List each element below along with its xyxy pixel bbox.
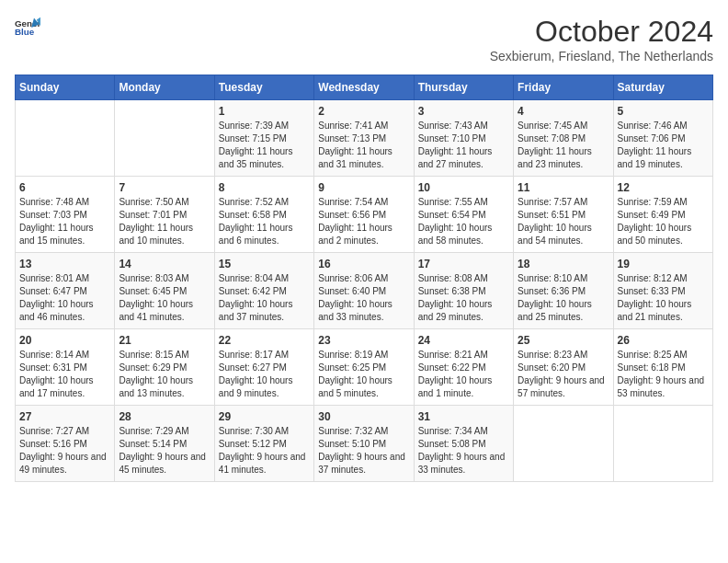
col-sunday: Sunday [16,75,115,100]
day-number: 8 [219,181,310,194]
calendar-cell: 20Sunrise: 8:14 AM Sunset: 6:31 PM Dayli… [16,329,115,406]
cell-content: Sunrise: 8:08 AM Sunset: 6:38 PM Dayligh… [418,272,509,324]
cell-content: Sunrise: 7:57 AM Sunset: 6:51 PM Dayligh… [518,196,609,247]
cell-content: Sunrise: 8:03 AM Sunset: 6:45 PM Dayligh… [119,272,210,324]
calendar-cell: 7Sunrise: 7:50 AM Sunset: 7:01 PM Daylig… [115,177,214,253]
col-thursday: Thursday [414,75,513,100]
calendar-cell: 9Sunrise: 7:54 AM Sunset: 6:56 PM Daylig… [314,177,414,253]
calendar-cell [514,406,613,482]
cell-content: Sunrise: 7:52 AM Sunset: 6:58 PM Dayligh… [219,196,310,247]
calendar-cell: 8Sunrise: 7:52 AM Sunset: 6:58 PM Daylig… [214,177,313,253]
calendar-cell: 3Sunrise: 7:43 AM Sunset: 7:10 PM Daylig… [414,100,513,177]
cell-content: Sunrise: 7:45 AM Sunset: 7:08 PM Dayligh… [518,120,609,171]
calendar-cell: 13Sunrise: 8:01 AM Sunset: 6:47 PM Dayli… [16,253,115,329]
day-number: 18 [518,258,609,270]
calendar-week-4: 20Sunrise: 8:14 AM Sunset: 6:31 PM Dayli… [16,329,713,406]
calendar-cell: 16Sunrise: 8:06 AM Sunset: 6:40 PM Dayli… [314,253,414,329]
day-number: 25 [518,334,609,347]
calendar-cell: 28Sunrise: 7:29 AM Sunset: 5:14 PM Dayli… [115,406,214,482]
calendar-week-1: 1Sunrise: 7:39 AM Sunset: 7:15 PM Daylig… [16,100,713,177]
cell-content: Sunrise: 8:21 AM Sunset: 6:22 PM Dayligh… [418,349,509,400]
day-number: 13 [19,258,110,270]
calendar-cell: 1Sunrise: 7:39 AM Sunset: 7:15 PM Daylig… [214,100,313,177]
day-number: 12 [618,181,709,194]
col-monday: Monday [115,75,214,100]
cell-content: Sunrise: 7:34 AM Sunset: 5:08 PM Dayligh… [418,425,509,477]
day-number: 3 [418,105,509,118]
calendar-week-3: 13Sunrise: 8:01 AM Sunset: 6:47 PM Dayli… [16,253,713,329]
cell-content: Sunrise: 7:55 AM Sunset: 6:54 PM Dayligh… [418,196,509,247]
day-number: 21 [119,334,210,347]
cell-content: Sunrise: 8:04 AM Sunset: 6:42 PM Dayligh… [219,272,310,324]
calendar-table: Sunday Monday Tuesday Wednesday Thursday… [15,75,713,482]
calendar-cell: 26Sunrise: 8:25 AM Sunset: 6:18 PM Dayli… [613,329,712,406]
calendar-cell: 22Sunrise: 8:17 AM Sunset: 6:27 PM Dayli… [214,329,313,406]
day-number: 20 [19,334,110,347]
day-number: 24 [418,334,509,347]
day-number: 31 [418,410,509,423]
calendar-cell: 21Sunrise: 8:15 AM Sunset: 6:29 PM Dayli… [115,329,214,406]
day-number: 5 [618,105,709,118]
cell-content: Sunrise: 8:17 AM Sunset: 6:27 PM Dayligh… [219,349,310,400]
cell-content: Sunrise: 8:23 AM Sunset: 6:20 PM Dayligh… [518,349,609,400]
calendar-week-5: 27Sunrise: 7:27 AM Sunset: 5:16 PM Dayli… [16,406,713,482]
col-saturday: Saturday [613,75,712,100]
cell-content: Sunrise: 7:46 AM Sunset: 7:06 PM Dayligh… [618,120,709,171]
calendar-cell: 11Sunrise: 7:57 AM Sunset: 6:51 PM Dayli… [514,177,613,253]
cell-content: Sunrise: 8:19 AM Sunset: 6:25 PM Dayligh… [318,349,409,400]
header-row: Sunday Monday Tuesday Wednesday Thursday… [16,75,713,100]
svg-text:Blue: Blue [15,27,35,37]
calendar-cell: 14Sunrise: 8:03 AM Sunset: 6:45 PM Dayli… [115,253,214,329]
cell-content: Sunrise: 8:25 AM Sunset: 6:18 PM Dayligh… [618,349,709,400]
day-number: 6 [19,181,110,194]
day-number: 11 [518,181,609,194]
calendar-cell: 30Sunrise: 7:32 AM Sunset: 5:10 PM Dayli… [314,406,414,482]
day-number: 29 [219,410,310,423]
calendar-cell [16,100,115,177]
cell-content: Sunrise: 7:48 AM Sunset: 7:03 PM Dayligh… [19,196,110,247]
col-friday: Friday [514,75,613,100]
day-number: 17 [418,258,509,270]
calendar-cell: 23Sunrise: 8:19 AM Sunset: 6:25 PM Dayli… [314,329,414,406]
day-number: 7 [119,181,210,194]
cell-content: Sunrise: 8:15 AM Sunset: 6:29 PM Dayligh… [119,349,210,400]
cell-content: Sunrise: 8:14 AM Sunset: 6:31 PM Dayligh… [19,349,110,400]
day-number: 22 [219,334,310,347]
day-number: 26 [618,334,709,347]
day-number: 30 [318,410,409,423]
day-number: 1 [219,105,310,118]
calendar-cell: 2Sunrise: 7:41 AM Sunset: 7:13 PM Daylig… [314,100,414,177]
day-number: 16 [318,258,409,270]
cell-content: Sunrise: 7:27 AM Sunset: 5:16 PM Dayligh… [19,425,110,477]
cell-content: Sunrise: 7:32 AM Sunset: 5:10 PM Dayligh… [318,425,409,477]
day-number: 10 [418,181,509,194]
calendar-cell: 27Sunrise: 7:27 AM Sunset: 5:16 PM Dayli… [16,406,115,482]
cell-content: Sunrise: 8:06 AM Sunset: 6:40 PM Dayligh… [318,272,409,324]
day-number: 9 [318,181,409,194]
cell-content: Sunrise: 7:54 AM Sunset: 6:56 PM Dayligh… [318,196,409,247]
cell-content: Sunrise: 7:41 AM Sunset: 7:13 PM Dayligh… [318,120,409,171]
calendar-cell: 4Sunrise: 7:45 AM Sunset: 7:08 PM Daylig… [514,100,613,177]
day-number: 4 [518,105,609,118]
calendar-cell [115,100,214,177]
calendar-cell: 31Sunrise: 7:34 AM Sunset: 5:08 PM Dayli… [414,406,513,482]
calendar-cell: 25Sunrise: 8:23 AM Sunset: 6:20 PM Dayli… [514,329,613,406]
logo-icon: General Blue [15,15,40,40]
day-number: 19 [618,258,709,270]
calendar-cell: 5Sunrise: 7:46 AM Sunset: 7:06 PM Daylig… [613,100,712,177]
cell-content: Sunrise: 7:50 AM Sunset: 7:01 PM Dayligh… [119,196,210,247]
logo: General Blue [15,15,40,40]
calendar-cell: 12Sunrise: 7:59 AM Sunset: 6:49 PM Dayli… [613,177,712,253]
day-number: 15 [219,258,310,270]
calendar-cell: 29Sunrise: 7:30 AM Sunset: 5:12 PM Dayli… [214,406,313,482]
col-tuesday: Tuesday [214,75,313,100]
cell-content: Sunrise: 7:43 AM Sunset: 7:10 PM Dayligh… [418,120,509,171]
month-title: October 2024 [490,15,713,49]
page-header: General Blue October 2024 Sexbierum, Fri… [15,15,713,63]
calendar-cell: 18Sunrise: 8:10 AM Sunset: 6:36 PM Dayli… [514,253,613,329]
calendar-cell: 19Sunrise: 8:12 AM Sunset: 6:33 PM Dayli… [613,253,712,329]
cell-content: Sunrise: 7:29 AM Sunset: 5:14 PM Dayligh… [119,425,210,477]
cell-content: Sunrise: 8:12 AM Sunset: 6:33 PM Dayligh… [618,272,709,324]
day-number: 28 [119,410,210,423]
calendar-cell [613,406,712,482]
